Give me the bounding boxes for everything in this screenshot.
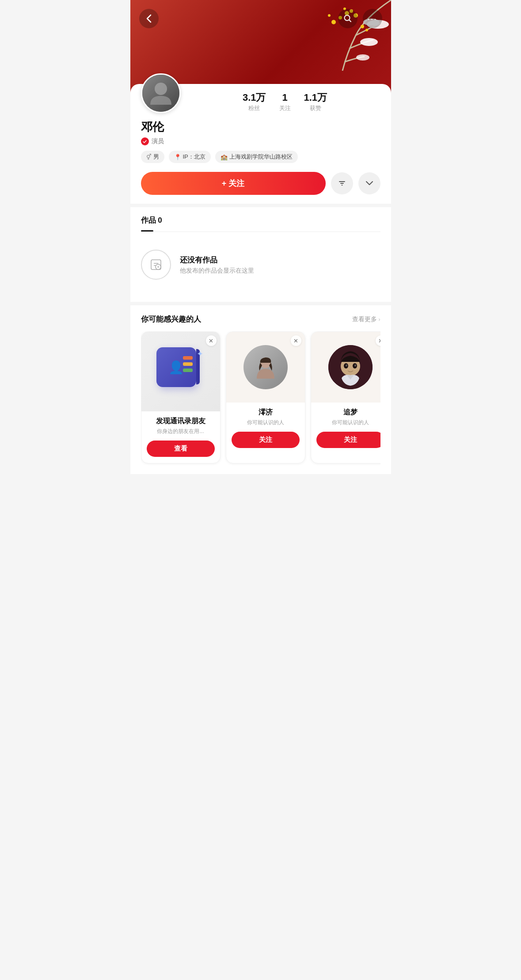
- rec-header: 你可能感兴趣的人 查看更多 ›: [141, 305, 380, 331]
- rec-card-person2: ✕: [311, 331, 380, 463]
- likes-stat[interactable]: 1.1万 获赞: [304, 92, 327, 112]
- verified-badge-icon: [141, 137, 149, 145]
- tab-works[interactable]: 作品 0: [141, 207, 162, 232]
- person1-card-desc: 你可能认识的人: [247, 419, 284, 426]
- username: 邓伦: [141, 119, 380, 135]
- works-section: 作品 0 还没有作品 他发布的作品会显示在这里: [130, 207, 391, 302]
- person1-card-body: 澪济 你可能认识的人 关注: [226, 403, 305, 454]
- nav-right-buttons: ···: [338, 9, 382, 28]
- contacts-3d-icon: 👤 ✦: [156, 347, 205, 396]
- svg-point-2: [360, 38, 378, 46]
- action-row: + 关注: [141, 172, 380, 195]
- rec-card-person1-close[interactable]: ✕: [291, 335, 301, 346]
- tags-row: ⚥ 男 📍 IP：北京 🏫 上海戏剧学院华山路校区: [141, 151, 380, 163]
- rec-card-contacts-close[interactable]: ✕: [206, 335, 217, 346]
- person2-card-body: 追梦 你可能认识的人 关注: [311, 403, 380, 454]
- empty-works: 还没有作品 他发布的作品会显示在这里: [141, 232, 380, 302]
- contacts-card-desc: 你身边的朋友在用...: [157, 428, 204, 435]
- svg-point-14: [155, 83, 167, 95]
- gender-text: 男: [153, 153, 159, 161]
- empty-works-text: 还没有作品 他发布的作品会显示在这里: [180, 255, 254, 275]
- follow-button[interactable]: + 关注: [141, 172, 326, 195]
- rec-more-button[interactable]: 查看更多 ›: [352, 315, 380, 323]
- tab-works-count: 0: [158, 216, 162, 224]
- rec-card-person1: ✕ 澪济 你可能认识的人 关注: [226, 331, 305, 463]
- rec-more-arrow-icon: ›: [379, 316, 380, 323]
- contacts-action-label: 查看: [174, 444, 187, 452]
- fans-label: 粉丝: [243, 104, 266, 112]
- location-text: IP：北京: [183, 153, 205, 161]
- empty-works-desc: 他发布的作品会显示在这里: [180, 267, 254, 275]
- dropdown-button[interactable]: [358, 172, 380, 194]
- person1-card-name: 澪济: [259, 408, 273, 417]
- person1-action-button[interactable]: 关注: [232, 432, 300, 448]
- likes-label: 获赞: [304, 104, 327, 112]
- filter-button[interactable]: [331, 172, 353, 194]
- rec-cards-list: ✕ 👤 ✦ 发现通讯录朋友 你身边的朋友在用...: [141, 331, 380, 465]
- empty-works-icon: [141, 250, 171, 280]
- svg-point-3: [356, 54, 369, 61]
- avatar: [141, 73, 181, 113]
- svg-point-22: [346, 365, 347, 367]
- tab-works-label: 作品: [141, 216, 156, 224]
- more-button[interactable]: ···: [363, 9, 382, 28]
- svg-point-12: [365, 29, 368, 31]
- sparkle-icon: ✦: [197, 349, 203, 359]
- person2-avatar: [328, 345, 373, 389]
- rec-more-label: 查看更多: [352, 315, 377, 323]
- recommendations-section: 你可能感兴趣的人 查看更多 › ✕ 👤 ✦: [130, 305, 391, 474]
- empty-works-title: 还没有作品: [180, 255, 254, 265]
- stats-row: 3.1万 粉丝 1 关注 1.1万 获赞: [190, 92, 380, 112]
- gender-icon: ⚥: [146, 154, 152, 160]
- location-icon: 📍: [174, 154, 181, 160]
- person1-action-label: 关注: [259, 436, 272, 443]
- gender-tag: ⚥ 男: [141, 151, 164, 163]
- person1-avatar: [243, 345, 288, 389]
- location-tag: 📍 IP：北京: [169, 151, 211, 163]
- person2-card-image: [311, 332, 380, 403]
- search-button[interactable]: [338, 9, 357, 28]
- contacts-card-name: 发现通讯录朋友: [156, 417, 205, 426]
- fans-count: 3.1万: [243, 92, 266, 103]
- works-tabs: 作品 0: [141, 207, 380, 232]
- verified-row: 演员: [141, 137, 380, 145]
- person2-action-label: 关注: [344, 436, 357, 443]
- svg-point-23: [354, 365, 356, 367]
- fans-stat[interactable]: 3.1万 粉丝: [243, 92, 266, 112]
- likes-count: 1.1万: [304, 92, 327, 103]
- following-stat[interactable]: 1 关注: [279, 92, 291, 112]
- person2-card-name: 追梦: [343, 408, 357, 417]
- verified-role: 演员: [152, 137, 164, 145]
- follow-button-label: + 关注: [222, 178, 245, 189]
- following-label: 关注: [279, 104, 291, 112]
- school-text: 上海戏剧学院华山路校区: [229, 153, 293, 161]
- following-count: 1: [279, 92, 291, 103]
- person2-action-button[interactable]: 关注: [316, 432, 380, 448]
- person2-card-desc: 你可能认识的人: [332, 419, 369, 426]
- avatar-stats-row: 3.1万 粉丝 1 关注 1.1万 获赞: [141, 84, 380, 113]
- rec-title: 你可能感兴趣的人: [141, 314, 201, 324]
- contacts-card-body: 发现通讯录朋友 你身边的朋友在用... 查看: [141, 411, 220, 463]
- school-icon: 🏫: [221, 154, 228, 160]
- profile-card: 3.1万 粉丝 1 关注 1.1万 获赞 邓伦 演员 ⚥ 男 📍: [130, 84, 391, 204]
- nav-bar: ···: [130, 9, 391, 28]
- contacts-action-button[interactable]: 查看: [147, 441, 215, 457]
- rec-card-contacts: ✕ 👤 ✦ 发现通讯录朋友 你身边的朋友在用...: [141, 331, 221, 463]
- back-button[interactable]: [139, 9, 159, 28]
- school-tag: 🏫 上海戏剧学院华山路校区: [215, 151, 298, 163]
